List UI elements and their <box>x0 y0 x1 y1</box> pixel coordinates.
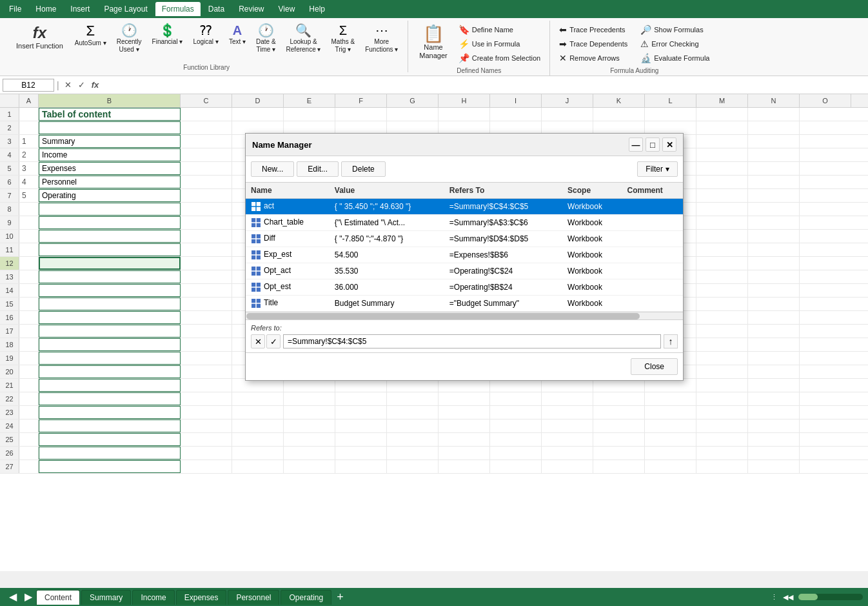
formula-input[interactable] <box>104 79 865 91</box>
cell-extra15-7[interactable] <box>748 298 800 310</box>
filter-button[interactable]: Filter ▾ <box>637 161 678 177</box>
evaluate-formula-button[interactable]: 🔬 Evaluate Formula <box>636 52 713 65</box>
cell-b26[interactable] <box>39 447 181 460</box>
cell-c25[interactable] <box>181 433 232 446</box>
cell-m5[interactable] <box>696 162 748 175</box>
cell-c10[interactable] <box>181 230 232 243</box>
cell-extra26-7[interactable] <box>748 447 800 460</box>
cell-c4[interactable] <box>181 148 232 161</box>
cell-b9[interactable] <box>39 216 181 229</box>
new-button[interactable]: New... <box>251 161 294 177</box>
col-header-o[interactable]: O <box>800 94 851 107</box>
cell-b4[interactable]: Income <box>39 148 181 161</box>
close-dialog-button[interactable]: Close <box>631 358 678 375</box>
cell-m3[interactable] <box>696 135 748 148</box>
cell-b2[interactable] <box>39 121 181 134</box>
dialog-scrollbar[interactable] <box>246 312 683 319</box>
cell-a14[interactable] <box>19 284 39 297</box>
cell-extra23-4[interactable] <box>593 406 645 419</box>
cell-b23[interactable] <box>39 406 181 419</box>
cell-b3[interactable]: Summary <box>39 135 181 148</box>
cell-a21[interactable] <box>19 379 39 392</box>
cell-extra12-7[interactable] <box>748 257 800 270</box>
cell-extra24-0[interactable] <box>387 419 439 432</box>
col-header-value[interactable]: Value <box>330 183 444 199</box>
cell-extra22-6[interactable] <box>696 392 748 405</box>
cell-a8[interactable] <box>19 203 39 216</box>
cell-j2[interactable] <box>542 121 593 134</box>
name-box[interactable] <box>3 79 54 92</box>
cell-a13[interactable] <box>19 270 39 283</box>
cell-c16[interactable] <box>181 311 232 324</box>
use-in-formula-button[interactable]: ⚡ Use in Formula <box>455 37 544 50</box>
cell-a6[interactable]: 4 <box>19 176 39 188</box>
logical-button[interactable]: ⁇ Logical ▾ <box>188 21 222 49</box>
scrollbar-track[interactable] <box>798 594 863 600</box>
col-header-e[interactable]: E <box>284 94 335 107</box>
cell-c5[interactable] <box>181 162 232 175</box>
cell-a22[interactable] <box>19 392 39 405</box>
col-header-a[interactable]: A <box>19 94 39 107</box>
list-item[interactable]: Exp_est 54.500 =Expenses!$B$6 Workbook <box>246 247 683 263</box>
cell-extra24-2[interactable] <box>490 419 542 432</box>
cell-extra21-5[interactable] <box>645 379 696 392</box>
cell-k1[interactable] <box>593 108 645 121</box>
cell-a11[interactable] <box>19 243 39 256</box>
trace-precedents-button[interactable]: ⬅ Trace Precedents <box>555 23 631 36</box>
cell-extra22-5[interactable] <box>645 392 696 405</box>
cell-d2[interactable] <box>232 121 284 134</box>
cell-h1[interactable] <box>439 108 490 121</box>
cell-c24[interactable] <box>181 419 232 432</box>
insert-function-bar-icon[interactable]: fx <box>89 79 102 90</box>
sheet-tab-income[interactable]: Income <box>132 590 174 605</box>
cell-n4[interactable] <box>748 148 800 161</box>
sheet-tab-expenses[interactable]: Expenses <box>176 590 227 605</box>
col-header-d[interactable]: D <box>232 94 284 107</box>
menu-file[interactable]: File <box>3 2 28 16</box>
cell-extra26-3[interactable] <box>542 447 593 460</box>
cell-e27[interactable] <box>284 460 335 473</box>
cell-c7[interactable] <box>181 189 232 202</box>
create-from-selection-button[interactable]: 📌 Create from Selection <box>455 52 544 65</box>
cell-extra20-7[interactable] <box>748 365 800 378</box>
cell-n5[interactable] <box>748 162 800 175</box>
cell-c13[interactable] <box>181 270 232 283</box>
cell-b1[interactable]: Tabel of content <box>39 108 181 121</box>
cell-c21[interactable] <box>181 379 232 392</box>
cell-extra25-5[interactable] <box>645 433 696 446</box>
list-item[interactable]: Opt_act 35.530 =Operating!$C$24 Workbook <box>246 263 683 279</box>
cell-i2[interactable] <box>490 121 542 134</box>
cell-a7[interactable]: 5 <box>19 189 39 202</box>
cell-e26[interactable] <box>284 447 335 460</box>
cell-n2[interactable] <box>748 121 800 134</box>
cell-extra24-6[interactable] <box>696 419 748 432</box>
cell-extra26-5[interactable] <box>645 447 696 460</box>
cell-b19[interactable] <box>39 352 181 365</box>
recently-used-button[interactable]: 🕐 RecentlyUsed ▾ <box>112 21 146 57</box>
cell-c3[interactable] <box>181 135 232 148</box>
status-dots-icon[interactable]: ⋮ <box>771 593 778 601</box>
error-checking-button[interactable]: ⚠ Error Checking <box>636 37 713 50</box>
cell-l1[interactable] <box>645 108 696 121</box>
cell-a19[interactable] <box>19 352 39 365</box>
cell-b16[interactable] <box>39 311 181 324</box>
cell-g2[interactable] <box>387 121 439 134</box>
cell-a10[interactable] <box>19 230 39 243</box>
cell-extra25-6[interactable] <box>696 433 748 446</box>
cell-c9[interactable] <box>181 216 232 229</box>
cell-c17[interactable] <box>181 325 232 338</box>
cell-m6[interactable] <box>696 176 748 188</box>
cell-extra24-1[interactable] <box>439 419 490 432</box>
cell-b27[interactable] <box>39 460 181 473</box>
col-header-scope[interactable]: Scope <box>562 183 622 199</box>
financial-button[interactable]: 💲 Financial ▾ <box>148 21 188 49</box>
cell-m2[interactable] <box>696 121 748 134</box>
cell-extra26-6[interactable] <box>696 447 748 460</box>
col-header-h[interactable]: H <box>439 94 490 107</box>
cell-f22[interactable] <box>335 392 387 405</box>
cell-c22[interactable] <box>181 392 232 405</box>
cell-extra22-7[interactable] <box>748 392 800 405</box>
cell-extra13-7[interactable] <box>748 270 800 283</box>
cell-extra13-6[interactable] <box>696 270 748 283</box>
cell-extra8-7[interactable] <box>748 203 800 216</box>
